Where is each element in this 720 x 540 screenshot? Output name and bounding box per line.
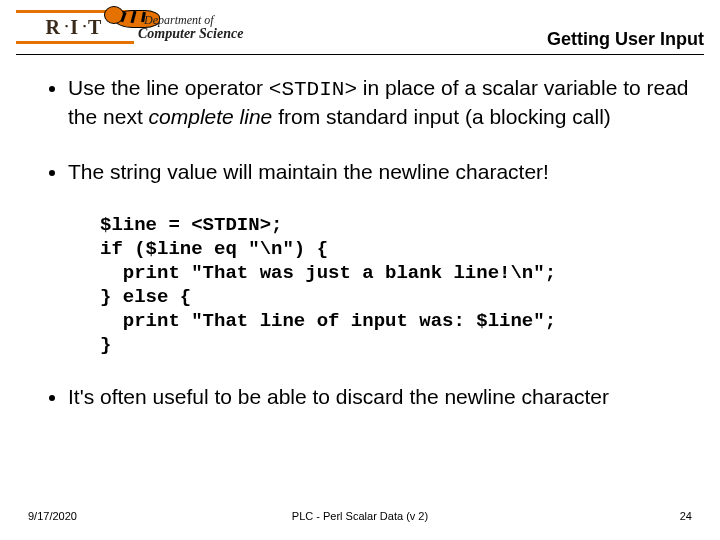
bullet-list: Use the line operator <STDIN> in place o… (40, 74, 690, 185)
logo-block: R•I•T Department of Computer Science (16, 4, 276, 48)
footer-page-number: 24 (680, 510, 692, 522)
b1-code: <STDIN> (269, 78, 357, 101)
b1-ital: complete line (149, 105, 273, 128)
department-label: Department of Computer Science (144, 14, 249, 40)
logo-stripe-bottom (16, 41, 134, 44)
content: Use the line operator <STDIN> in place o… (40, 74, 690, 438)
b1-pre: Use the line operator (68, 76, 269, 99)
slide: R•I•T Department of Computer Science Get… (0, 0, 720, 540)
bullet-1: Use the line operator <STDIN> in place o… (68, 74, 690, 130)
bullet-list-2: It's often useful to be able to discard … (40, 383, 690, 410)
footer-title: PLC - Perl Scalar Data (v 2) (0, 510, 720, 522)
header: R•I•T Department of Computer Science Get… (16, 0, 704, 55)
code-block: $line = <STDIN>; if ($line eq "\n") { pr… (100, 213, 690, 357)
dept-line-2: Computer Science (138, 27, 243, 40)
bullet-3: It's often useful to be able to discard … (68, 383, 690, 410)
b1-post: from standard input (a blocking call) (272, 105, 611, 128)
page-title: Getting User Input (547, 29, 704, 50)
footer: 9/17/2020 PLC - Perl Scalar Data (v 2) 2… (0, 510, 720, 528)
bullet-2: The string value will maintain the newli… (68, 158, 690, 185)
